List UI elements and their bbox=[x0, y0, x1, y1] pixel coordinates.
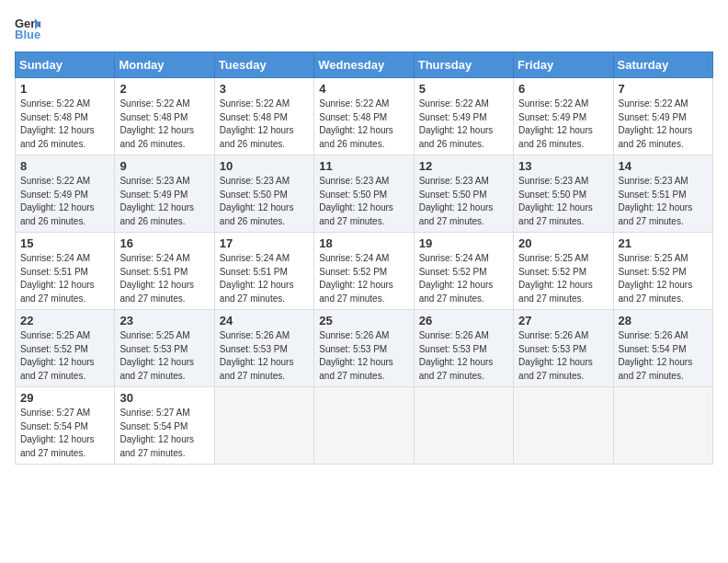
daylight-label: Daylight: 12 hours and 26 minutes. bbox=[419, 125, 494, 149]
day-number: 4 bbox=[319, 82, 408, 96]
calendar-cell: 25 Sunrise: 5:26 AM Sunset: 5:53 PM Dayl… bbox=[314, 310, 414, 387]
sunset-label: Sunset: 5:53 PM bbox=[518, 344, 586, 354]
calendar-cell: 6 Sunrise: 5:22 AM Sunset: 5:49 PM Dayli… bbox=[514, 78, 613, 155]
day-info: Sunrise: 5:23 AM Sunset: 5:49 PM Dayligh… bbox=[119, 175, 209, 228]
sunset-label: Sunset: 5:50 PM bbox=[419, 190, 487, 200]
daylight-label: Daylight: 12 hours and 26 minutes. bbox=[619, 125, 693, 149]
day-number: 30 bbox=[119, 391, 209, 405]
calendar-cell: 15 Sunrise: 5:24 AM Sunset: 5:51 PM Dayl… bbox=[16, 233, 115, 310]
calendar-cell: 8 Sunrise: 5:22 AM Sunset: 5:49 PM Dayli… bbox=[16, 155, 115, 233]
day-header-thursday: Thursday bbox=[414, 52, 513, 78]
daylight-label: Daylight: 12 hours and 26 minutes. bbox=[319, 125, 393, 149]
daylight-label: Daylight: 12 hours and 27 minutes. bbox=[220, 357, 294, 381]
sunrise-label: Sunrise: 5:24 AM bbox=[319, 253, 389, 263]
logo-icon: General Blue bbox=[15, 15, 40, 40]
sunset-label: Sunset: 5:50 PM bbox=[319, 190, 387, 200]
sunset-label: Sunset: 5:51 PM bbox=[119, 267, 188, 277]
calendar-cell: 9 Sunrise: 5:23 AM Sunset: 5:49 PM Dayli… bbox=[115, 155, 214, 233]
calendar-cell: 29 Sunrise: 5:27 AM Sunset: 5:54 PM Dayl… bbox=[16, 387, 115, 465]
day-info: Sunrise: 5:25 AM Sunset: 5:52 PM Dayligh… bbox=[518, 252, 608, 305]
day-number: 24 bbox=[220, 314, 309, 327]
sunset-label: Sunset: 5:48 PM bbox=[319, 112, 387, 122]
sunset-label: Sunset: 5:52 PM bbox=[20, 344, 88, 354]
day-info: Sunrise: 5:22 AM Sunset: 5:49 PM Dayligh… bbox=[20, 175, 109, 228]
day-info: Sunrise: 5:22 AM Sunset: 5:48 PM Dayligh… bbox=[20, 98, 109, 151]
daylight-label: Daylight: 12 hours and 27 minutes. bbox=[419, 357, 494, 381]
sunset-label: Sunset: 5:52 PM bbox=[419, 267, 487, 277]
day-number: 17 bbox=[220, 236, 309, 250]
sunrise-label: Sunrise: 5:25 AM bbox=[518, 253, 588, 263]
day-header-tuesday: Tuesday bbox=[214, 52, 313, 78]
sunrise-label: Sunrise: 5:22 AM bbox=[319, 98, 389, 109]
day-header-wednesday: Wednesday bbox=[314, 52, 414, 78]
day-info: Sunrise: 5:25 AM Sunset: 5:52 PM Dayligh… bbox=[20, 329, 109, 383]
sunrise-label: Sunrise: 5:26 AM bbox=[619, 330, 688, 340]
daylight-label: Daylight: 12 hours and 27 minutes. bbox=[619, 280, 693, 304]
day-header-saturday: Saturday bbox=[613, 52, 712, 78]
sunrise-label: Sunrise: 5:23 AM bbox=[119, 176, 189, 186]
day-info: Sunrise: 5:22 AM Sunset: 5:49 PM Dayligh… bbox=[619, 98, 708, 151]
sunrise-label: Sunrise: 5:22 AM bbox=[518, 98, 588, 109]
sunrise-label: Sunrise: 5:24 AM bbox=[20, 253, 90, 263]
daylight-label: Daylight: 12 hours and 27 minutes. bbox=[119, 280, 194, 304]
day-number: 15 bbox=[20, 236, 109, 250]
sunset-label: Sunset: 5:51 PM bbox=[619, 190, 687, 200]
calendar-cell: 24 Sunrise: 5:26 AM Sunset: 5:53 PM Dayl… bbox=[214, 310, 313, 387]
daylight-label: Daylight: 12 hours and 27 minutes. bbox=[319, 280, 393, 304]
sunset-label: Sunset: 5:54 PM bbox=[20, 421, 88, 431]
sunrise-label: Sunrise: 5:27 AM bbox=[119, 408, 189, 418]
daylight-label: Daylight: 12 hours and 27 minutes. bbox=[619, 357, 693, 381]
calendar-cell: 28 Sunrise: 5:26 AM Sunset: 5:54 PM Dayl… bbox=[613, 310, 712, 387]
sunrise-label: Sunrise: 5:25 AM bbox=[20, 330, 90, 340]
sunset-label: Sunset: 5:53 PM bbox=[220, 344, 288, 354]
calendar-cell: 4 Sunrise: 5:22 AM Sunset: 5:48 PM Dayli… bbox=[314, 78, 414, 155]
sunrise-label: Sunrise: 5:22 AM bbox=[220, 98, 290, 109]
day-number: 5 bbox=[419, 82, 508, 96]
sunrise-label: Sunrise: 5:22 AM bbox=[20, 98, 90, 109]
calendar-week-5: 29 Sunrise: 5:27 AM Sunset: 5:54 PM Dayl… bbox=[16, 387, 713, 465]
sunset-label: Sunset: 5:53 PM bbox=[319, 344, 387, 354]
sunrise-label: Sunrise: 5:22 AM bbox=[619, 98, 688, 109]
sunrise-label: Sunrise: 5:24 AM bbox=[220, 253, 290, 263]
calendar-cell: 26 Sunrise: 5:26 AM Sunset: 5:53 PM Dayl… bbox=[414, 310, 513, 387]
daylight-label: Daylight: 12 hours and 26 minutes. bbox=[119, 202, 194, 226]
daylight-label: Daylight: 12 hours and 26 minutes. bbox=[20, 125, 95, 149]
sunset-label: Sunset: 5:52 PM bbox=[319, 267, 387, 277]
calendar-cell: 3 Sunrise: 5:22 AM Sunset: 5:48 PM Dayli… bbox=[214, 78, 313, 155]
calendar-week-2: 8 Sunrise: 5:22 AM Sunset: 5:49 PM Dayli… bbox=[16, 155, 713, 233]
sunset-label: Sunset: 5:53 PM bbox=[419, 344, 487, 354]
sunrise-label: Sunrise: 5:23 AM bbox=[419, 176, 489, 186]
sunset-label: Sunset: 5:50 PM bbox=[518, 190, 586, 200]
calendar-cell: 22 Sunrise: 5:25 AM Sunset: 5:52 PM Dayl… bbox=[16, 310, 115, 387]
day-number: 27 bbox=[518, 314, 608, 327]
sunrise-label: Sunrise: 5:26 AM bbox=[419, 330, 489, 340]
day-info: Sunrise: 5:24 AM Sunset: 5:52 PM Dayligh… bbox=[419, 252, 508, 305]
day-number: 8 bbox=[20, 159, 109, 173]
daylight-label: Daylight: 12 hours and 27 minutes. bbox=[518, 357, 593, 381]
daylight-label: Daylight: 12 hours and 26 minutes. bbox=[20, 202, 95, 226]
day-header-monday: Monday bbox=[115, 52, 214, 78]
daylight-label: Daylight: 12 hours and 27 minutes. bbox=[518, 280, 593, 304]
sunrise-label: Sunrise: 5:25 AM bbox=[619, 253, 688, 263]
daylight-label: Daylight: 12 hours and 27 minutes. bbox=[119, 434, 194, 458]
day-info: Sunrise: 5:23 AM Sunset: 5:50 PM Dayligh… bbox=[319, 175, 408, 228]
calendar-cell: 23 Sunrise: 5:25 AM Sunset: 5:53 PM Dayl… bbox=[115, 310, 214, 387]
page-header: General Blue bbox=[15, 15, 713, 40]
calendar-cell: 11 Sunrise: 5:23 AM Sunset: 5:50 PM Dayl… bbox=[314, 155, 414, 233]
sunrise-label: Sunrise: 5:23 AM bbox=[518, 176, 588, 186]
daylight-label: Daylight: 12 hours and 27 minutes. bbox=[619, 202, 693, 226]
day-number: 28 bbox=[619, 314, 708, 327]
calendar-week-1: 1 Sunrise: 5:22 AM Sunset: 5:48 PM Dayli… bbox=[16, 78, 713, 155]
calendar-cell: 30 Sunrise: 5:27 AM Sunset: 5:54 PM Dayl… bbox=[115, 387, 214, 465]
daylight-label: Daylight: 12 hours and 26 minutes. bbox=[119, 125, 194, 149]
day-info: Sunrise: 5:24 AM Sunset: 5:51 PM Dayligh… bbox=[220, 252, 309, 305]
day-number: 9 bbox=[119, 159, 209, 173]
daylight-label: Daylight: 12 hours and 26 minutes. bbox=[220, 202, 294, 226]
day-number: 19 bbox=[419, 236, 508, 250]
sunrise-label: Sunrise: 5:22 AM bbox=[419, 98, 489, 109]
calendar-cell bbox=[514, 387, 613, 465]
day-number: 18 bbox=[319, 236, 408, 250]
day-number: 26 bbox=[419, 314, 508, 327]
day-info: Sunrise: 5:22 AM Sunset: 5:49 PM Dayligh… bbox=[419, 98, 508, 151]
calendar-cell: 10 Sunrise: 5:23 AM Sunset: 5:50 PM Dayl… bbox=[214, 155, 313, 233]
